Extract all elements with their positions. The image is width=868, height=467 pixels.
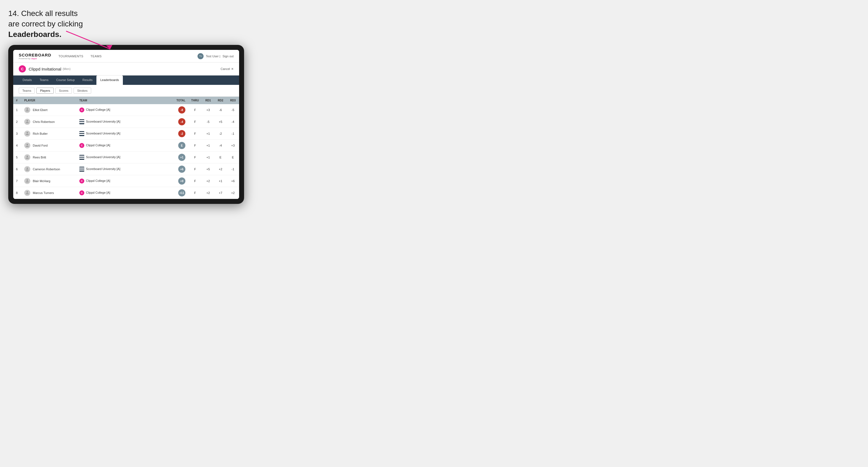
row-player: Marcus Turners [22,187,76,199]
filter-scores[interactable]: Scores [55,88,72,94]
row-rd1: +2 [202,187,214,199]
row-total: -2 [172,128,188,140]
col-player: PLAYER [22,97,76,104]
svg-point-10 [26,156,28,157]
row-position: 5 [13,152,22,163]
row-thru: F [188,104,202,116]
row-rd1: +1 [202,140,214,152]
col-thru: THRU [188,97,202,104]
row-player: Cameron Robertson [22,163,76,175]
row-team: CClippd College [A] [76,140,172,152]
svg-rect-4 [79,120,84,121]
team-logo: C [79,190,84,195]
svg-rect-7 [79,132,84,133]
cancel-button[interactable]: Cancel ✕ [221,67,234,71]
table-row: 2 Chris Robertson Scoreboard University … [13,116,239,128]
filter-teams[interactable]: Teams [19,88,35,94]
row-rd3: E [227,152,239,163]
row-total: -8 [172,104,188,116]
row-team: Scoreboard University [A] [76,116,172,128]
tablet-screen: SCOREBOARD Powered by clippd TOURNAMENTS… [13,50,239,199]
row-rd2: -6 [214,104,227,116]
col-rd1: RD1 [202,97,214,104]
team-logo [79,155,84,160]
player-avatar [24,131,30,137]
team-logo [79,131,84,136]
row-rd3: -5 [227,104,239,116]
svg-rect-11 [79,156,84,157]
signout-link[interactable]: Sign out [223,55,234,58]
tab-details[interactable]: Details [19,75,36,85]
row-team: Scoreboard University [A] [76,163,172,175]
row-rd1: -5 [202,116,214,128]
tab-course-setup[interactable]: Course Setup [52,75,79,85]
player-avatar [24,166,30,172]
row-team: CClippd College [A] [76,187,172,199]
row-rd2: E [214,152,227,163]
logo-area: SCOREBOARD Powered by clippd [19,53,51,60]
svg-point-6 [26,132,28,133]
tab-leaderboards[interactable]: Leaderboards [96,75,123,85]
svg-point-17 [26,191,28,193]
svg-point-13 [26,167,28,169]
row-rd2: +5 [214,116,227,128]
user-avatar: TU [197,53,204,59]
row-total: -4 [172,116,188,128]
tab-teams[interactable]: Teams [36,75,52,85]
svg-rect-15 [79,169,84,170]
row-team: CClippd College [A] [76,175,172,187]
row-position: 2 [13,116,22,128]
team-logo [79,119,84,124]
nav-tournaments[interactable]: TOURNAMENTS [58,55,84,58]
table-row: 8 Marcus Turners CClippd College [A]+11F… [13,187,239,199]
app-logo: SCOREBOARD [19,53,51,57]
svg-point-3 [26,120,28,122]
nav-teams[interactable]: TEAMS [90,55,102,58]
tournament-title: Clippd Invitational [29,67,61,71]
row-player: Rees Britt [22,152,76,163]
player-avatar [24,190,30,196]
row-rd2: +7 [214,187,227,199]
row-rd3: +3 [227,140,239,152]
row-player: Rich Butler [22,128,76,140]
filter-players[interactable]: Players [36,88,54,94]
table-row: 7 Blair McHarg CClippd College [A]+9F+2+… [13,175,239,187]
row-thru: F [188,140,202,152]
tab-results[interactable]: Results [79,75,96,85]
row-total: +11 [172,187,188,199]
header-right: TU Test User | Sign out [197,53,234,59]
filter-bar: Teams Players Scores Strokes [13,85,239,97]
app-logo-sub: Powered by clippd [19,57,51,60]
row-total: +9 [172,175,188,187]
team-logo: C [79,143,84,148]
row-rd3: +6 [227,175,239,187]
instruction-block: 14. Check all results are correct by cli… [8,8,860,39]
row-position: 3 [13,128,22,140]
row-thru: F [188,175,202,187]
row-rd1: +2 [202,175,214,187]
svg-point-2 [26,108,28,110]
player-avatar [24,119,30,125]
leaderboard-table-container: # PLAYER TEAM TOTAL THRU RD1 RD2 RD3 1 [13,97,239,199]
filter-strokes[interactable]: Strokes [73,88,91,94]
row-rd1: +5 [202,163,214,175]
row-rd3: -1 [227,163,239,175]
row-thru: F [188,152,202,163]
row-player: Chris Robertson [22,116,76,128]
player-avatar [24,154,30,160]
tab-nav: Details Teams Course Setup Results Leade… [13,75,239,85]
player-avatar [24,143,30,149]
row-rd1: +1 [202,152,214,163]
app-header: SCOREBOARD Powered by clippd TOURNAMENTS… [13,50,239,63]
row-rd2: +1 [214,175,227,187]
row-position: 8 [13,187,22,199]
svg-point-16 [26,179,28,181]
tournament-header: C Clippd Invitational (Men) Cancel ✕ [13,63,239,75]
table-row: 4 David Ford CClippd College [A]EF+1-4+3 [13,140,239,152]
row-position: 4 [13,140,22,152]
tablet-device: SCOREBOARD Powered by clippd TOURNAMENTS… [8,45,244,204]
svg-rect-12 [79,158,84,159]
row-player: Blair McHarg [22,175,76,187]
row-rd1: +1 [202,128,214,140]
team-logo: C [79,179,84,184]
